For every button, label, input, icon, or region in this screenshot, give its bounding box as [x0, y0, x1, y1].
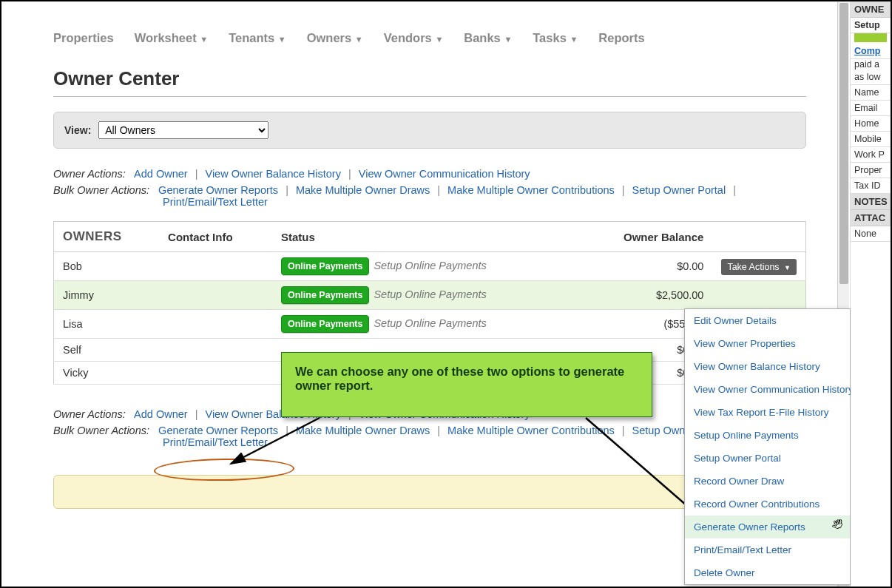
owner-balance: $2,500.00	[578, 281, 713, 310]
nav-worksheet[interactable]: Worksheet ▼	[135, 31, 209, 45]
take-actions-button[interactable]: Take Actions ▼	[721, 259, 797, 275]
link-multiple-contrib-b[interactable]: Make Multiple Owner Contributions	[447, 425, 615, 436]
owner-actions-top: Owner Actions: Add Owner | View Owner Ba…	[53, 168, 806, 180]
status-text: Setup Online Payments	[374, 288, 486, 300]
menu-item-generate-owner-reports[interactable]: Generate Owner Reports🖑	[685, 516, 850, 538]
detail-row: Home	[851, 116, 891, 132]
link-print-letter[interactable]: Print/Email/Text Letter	[163, 196, 268, 208]
cursor-icon: 🖑	[830, 517, 845, 533]
link-balance-history[interactable]: View Owner Balance History	[205, 168, 340, 180]
detail-row: Work P	[851, 147, 891, 163]
online-payments-badge[interactable]: Online Payments	[281, 286, 369, 304]
menu-item-record-owner-contributions[interactable]: Record Owner Contributions	[685, 493, 850, 516]
link-add-owner[interactable]: Add Owner	[134, 168, 188, 180]
online-payments-badge[interactable]: Online Payments	[281, 315, 369, 333]
th-owners: OWNERS	[54, 222, 160, 252]
status-text: Setup Online Payments	[374, 317, 486, 329]
link-multiple-draws-b[interactable]: Make Multiple Owner Draws	[296, 425, 430, 436]
nav-owners[interactable]: Owners ▼	[307, 31, 363, 45]
view-bar: View: All Owners	[53, 112, 806, 149]
menu-item-view-tax-report-e-file-history[interactable]: View Tax Report E-File History	[685, 401, 850, 424]
bulk-owner-actions-top: Bulk Owner Actions: Generate Owner Repor…	[53, 184, 806, 208]
caret-down-icon: ▼	[570, 35, 578, 44]
nav-reports[interactable]: Reports	[598, 31, 644, 45]
link-generate-reports[interactable]: Generate Owner Reports	[158, 184, 278, 196]
nav-tenants[interactable]: Tenants ▼	[229, 31, 286, 45]
table-row[interactable]: BobOnline PaymentsSetup Online Payments$…	[54, 252, 806, 281]
link-add-owner-b[interactable]: Add Owner	[134, 408, 188, 420]
link-print-letter-b[interactable]: Print/Email/Text Letter	[163, 436, 268, 448]
link-generate-reports-b[interactable]: Generate Owner Reports	[158, 425, 278, 436]
take-actions-menu: Edit Owner DetailsView Owner PropertiesV…	[684, 308, 851, 585]
caret-down-icon: ▼	[355, 35, 363, 44]
caret-down-icon: ▼	[278, 35, 286, 44]
owner-name: Bob	[54, 252, 160, 281]
owner-name: Self	[54, 339, 160, 362]
caret-down-icon: ▼	[200, 35, 208, 44]
right-panel: OWNE Setup Comp paid a as low NameEmailH…	[850, 1, 891, 587]
bulk-actions-label: Bulk Owner Actions:	[53, 184, 149, 196]
menu-item-view-owner-properties[interactable]: View Owner Properties	[685, 332, 850, 355]
owner-actions-label: Owner Actions:	[53, 168, 126, 180]
top-nav: Properties Worksheet ▼Tenants ▼Owners ▼V…	[53, 31, 806, 45]
view-label: View:	[64, 124, 91, 136]
owner-name: Lisa	[54, 310, 160, 339]
detail-row: Mobile	[851, 132, 891, 147]
view-select[interactable]: All Owners	[98, 121, 268, 139]
caret-down-icon: ▼	[435, 35, 443, 44]
menu-item-view-owner-balance-history[interactable]: View Owner Balance History	[685, 355, 850, 378]
nav-tasks[interactable]: Tasks ▼	[533, 31, 578, 45]
annotation-callout: We can choose any one of these two optio…	[281, 352, 652, 417]
link-multiple-draws[interactable]: Make Multiple Owner Draws	[296, 184, 430, 196]
nav-properties[interactable]: Properties	[53, 31, 114, 45]
menu-item-edit-owner-details[interactable]: Edit Owner Details	[685, 309, 850, 332]
th-status: Status	[272, 222, 578, 252]
owner-name: Vicky	[54, 362, 160, 385]
menu-item-setup-online-payments[interactable]: Setup Online Payments	[685, 424, 850, 447]
page-title: Owner Center	[53, 67, 806, 90]
divider	[53, 96, 806, 97]
link-comm-history[interactable]: View Owner Communication History	[359, 168, 530, 180]
link-setup-portal[interactable]: Setup Owner Portal	[632, 184, 726, 196]
link-multiple-contrib[interactable]: Make Multiple Owner Contributions	[447, 184, 615, 196]
detail-row: Email	[851, 101, 891, 116]
menu-item-view-owner-communication-history[interactable]: View Owner Communication History	[685, 378, 850, 401]
menu-item-delete-owner[interactable]: Delete Owner	[685, 561, 850, 584]
menu-item-setup-owner-portal[interactable]: Setup Owner Portal	[685, 447, 850, 470]
detail-row: Tax ID	[851, 178, 891, 194]
scrollbar-thumb[interactable]	[839, 3, 848, 284]
progress-bar	[854, 33, 887, 42]
nav-vendors[interactable]: Vendors ▼	[384, 31, 444, 45]
online-payments-badge[interactable]: Online Payments	[281, 257, 369, 275]
detail-row: Proper	[851, 163, 891, 178]
status-text: Setup Online Payments	[374, 260, 486, 271]
menu-item-record-owner-draw[interactable]: Record Owner Draw	[685, 470, 850, 493]
th-balance: Owner Balance	[578, 222, 713, 252]
nav-banks[interactable]: Banks ▼	[464, 31, 512, 45]
table-row[interactable]: JimmyOnline PaymentsSetup Online Payment…	[54, 281, 806, 310]
menu-item-print-email-text-letter[interactable]: Print/Email/Text Letter	[685, 538, 850, 561]
th-contact: Contact Info	[159, 222, 272, 252]
caret-down-icon: ▼	[504, 35, 512, 44]
owner-balance: $0.00	[578, 252, 713, 281]
detail-row: Name	[851, 85, 891, 101]
owner-name: Jimmy	[54, 281, 160, 310]
caret-down-icon: ▼	[784, 264, 791, 271]
